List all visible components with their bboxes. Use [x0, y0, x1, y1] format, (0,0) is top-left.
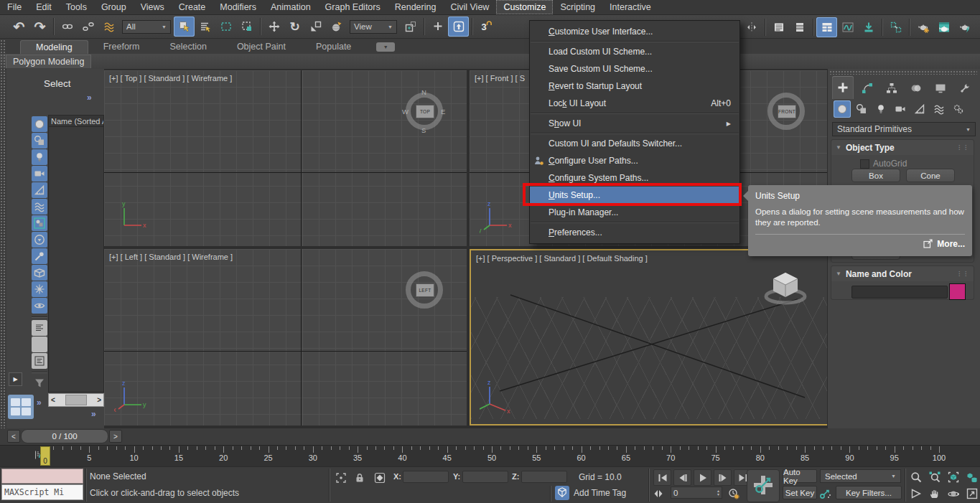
scene-explorer-list[interactable]	[48, 127, 104, 392]
viewport-left-label[interactable]: [+] [ Left ] [ Standard ] [ Wireframe ]	[109, 253, 233, 261]
menubar-item-interactive[interactable]: Interactive	[602, 0, 658, 14]
tab-motion-icon[interactable]	[905, 77, 927, 99]
box-button[interactable]: Box	[851, 169, 900, 182]
zoom-icon[interactable]	[907, 469, 925, 485]
display-pin-icon[interactable]	[32, 248, 47, 264]
use-pivot-point-center-icon[interactable]	[400, 17, 421, 37]
cone-button[interactable]: Cone	[906, 169, 955, 182]
menu-item-show-ui[interactable]: Show UI▶	[530, 115, 739, 132]
display-container-icon[interactable]	[32, 265, 47, 281]
viewcube-face-label[interactable]: FRONT	[778, 105, 796, 118]
ribbon-toggle-icon[interactable]	[816, 17, 837, 37]
menubar-item-modifiers[interactable]: Modifiers	[213, 0, 263, 14]
display-helpers-icon[interactable]	[32, 182, 47, 198]
bind-to-space-warp-icon[interactable]	[98, 17, 119, 37]
menubar-item-scripting[interactable]: Scripting	[553, 0, 602, 14]
panel-thumbnail-icon[interactable]	[4, 393, 35, 425]
maximize-viewport-toggle-icon[interactable]	[963, 486, 980, 502]
ribbon-tab-freeform[interactable]: Freeform	[88, 40, 155, 54]
cat-shapes-icon[interactable]	[853, 100, 870, 118]
render-production-icon[interactable]	[954, 17, 975, 37]
unlink-selection-icon[interactable]	[78, 17, 98, 37]
menubar-item-tools[interactable]: Tools	[59, 0, 94, 14]
add-time-tag-button[interactable]: Add Time Tag	[574, 488, 626, 498]
y-coord-field[interactable]	[462, 471, 508, 483]
display-space-warps-icon[interactable]	[32, 199, 47, 215]
menu-item-load-custom-ui-scheme[interactable]: Load Custom UI Scheme...	[530, 43, 739, 60]
select-and-rotate-icon[interactable]: ↻	[284, 17, 305, 37]
go-to-start-icon[interactable]	[653, 469, 671, 486]
primitives-dropdown[interactable]: Standard Primitives ▼	[832, 122, 976, 136]
menubar-item-customize[interactable]: Customize	[496, 0, 553, 14]
tab-modify-icon[interactable]	[857, 77, 878, 99]
zoom-extents-icon[interactable]	[945, 469, 962, 485]
layer-manager-icon[interactable]	[768, 17, 789, 37]
scroll-left-arrow-icon[interactable]: <	[51, 396, 55, 404]
ribbon-options-dropdown-icon[interactable]: ▼	[376, 42, 395, 52]
zoom-all-icon[interactable]	[926, 469, 943, 485]
display-lights-icon[interactable]	[32, 149, 47, 165]
viewport-front-label[interactable]: [+] [ Front ] [ S	[475, 74, 525, 83]
rectangular-selection-region-icon[interactable]	[215, 17, 236, 37]
time-slider-handle[interactable]: 0	[40, 446, 50, 466]
render-setup-icon[interactable]	[913, 17, 933, 37]
menu-item-preferences[interactable]: Preferences...	[530, 224, 739, 241]
cat-helpers-icon[interactable]	[911, 100, 928, 118]
ribbon-tab-populate[interactable]: Populate	[301, 40, 366, 54]
menu-item-plug-in-manager[interactable]: Plug-in Manager...	[530, 204, 739, 221]
scene-explorer-column-header[interactable]: Name (Sorted A	[48, 115, 104, 127]
tab-utilities-icon[interactable]	[954, 77, 976, 99]
z-coord-field[interactable]	[521, 471, 567, 483]
viewcube-perspective[interactable]	[762, 266, 808, 315]
auto-key-button[interactable]: Auto Key	[783, 469, 817, 483]
viewcube-compass-left[interactable]: LEFT	[403, 269, 445, 311]
select-and-link-icon[interactable]	[57, 17, 78, 37]
cat-geometry-icon[interactable]	[834, 100, 851, 118]
scene-explorer-more-chevron[interactable]: »	[91, 409, 96, 419]
display-shapes-icon[interactable]	[32, 133, 47, 149]
menu-item-revert-to-startup-layout[interactable]: Revert to Startup Layout	[530, 77, 739, 95]
menubar-item-animation[interactable]: Animation	[263, 0, 318, 14]
play-animation-icon[interactable]	[694, 469, 711, 486]
select-and-manipulate-icon[interactable]	[427, 17, 448, 37]
key-motion-icon[interactable]	[817, 486, 833, 502]
select-by-name-icon[interactable]	[195, 17, 215, 37]
isolate-selection-icon[interactable]	[333, 470, 349, 486]
rendered-frame-window-icon[interactable]	[933, 17, 954, 37]
select-and-scale-icon[interactable]	[305, 17, 326, 37]
schematic-view-icon[interactable]	[858, 17, 879, 37]
undo-icon[interactable]: ↶	[9, 17, 29, 37]
tab-hierarchy-icon[interactable]	[881, 77, 902, 99]
panel-expand-button[interactable]: ▶	[9, 372, 22, 386]
menu-item-custom-ui-and-defaults-switcher[interactable]: Custom UI and Defaults Switcher...	[530, 135, 739, 152]
scrollbar-thumb[interactable]	[65, 395, 87, 405]
filter-icon[interactable]	[32, 375, 47, 391]
rollout-grip-icon[interactable]: ⋮⋮	[956, 271, 969, 277]
viewport-perspective-label[interactable]: [+] [ Perspective ] [ Standard ] [ Defau…	[476, 254, 648, 263]
menu-item-lock-ui-layout[interactable]: Lock UI LayoutAlt+0	[530, 95, 739, 112]
viewport-perspective[interactable]: [+] [ Perspective ] [ Standard ] [ Defau…	[470, 249, 829, 426]
pan-view-icon[interactable]	[926, 486, 943, 502]
scene-explorer-toggle-icon[interactable]	[789, 17, 810, 37]
display-cameras-icon[interactable]	[32, 166, 47, 182]
blank-square-icon[interactable]	[32, 337, 47, 352]
command-panel-grip[interactable]	[829, 70, 977, 75]
display-geometry-icon[interactable]	[32, 116, 47, 132]
menu-item-configure-user-paths[interactable]: Configure User Paths...	[530, 152, 739, 169]
menubar-item-rendering[interactable]: Rendering	[388, 0, 444, 14]
menubar-item-views[interactable]: Views	[134, 0, 172, 14]
select-and-move-icon[interactable]	[263, 17, 284, 37]
menubar-item-civil-view[interactable]: Civil View	[443, 0, 496, 14]
menubar-item-create[interactable]: Create	[172, 0, 213, 14]
absolute-mode-transform-icon[interactable]	[372, 470, 388, 486]
menubar-item-group[interactable]: Group	[94, 0, 134, 14]
viewcube-compass-front[interactable]: FRONT	[765, 90, 807, 132]
autogrid-checkbox[interactable]	[860, 159, 869, 169]
menubar-item-file[interactable]: File	[0, 0, 29, 14]
previous-frame-nav-button[interactable]: <	[7, 430, 20, 443]
zoom-extents-all-icon[interactable]	[963, 469, 980, 485]
time-configuration-icon[interactable]	[726, 486, 742, 502]
select-object-icon[interactable]	[174, 17, 195, 37]
viewport-top-label[interactable]: [+] [ Top ] [ Standard ] [ Wireframe ]	[109, 74, 232, 83]
viewcube-compass-top[interactable]: TOP NESW	[403, 90, 445, 132]
